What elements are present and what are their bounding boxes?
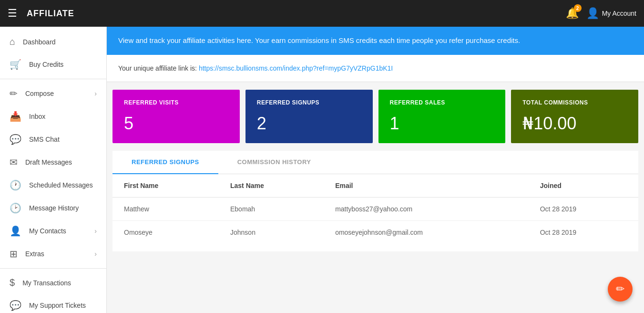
banner-text: View and track your affiliate activities… [118, 36, 520, 44]
row1-last-name: Ebomah [219, 197, 324, 220]
brand-logo: AFFILIATE [27, 9, 566, 19]
stats-row: REFERRED VISITS 5 REFERRED SIGNUPS 2 REF… [112, 90, 638, 143]
sidebar-label-sms-chat: SMS Chat [29, 136, 97, 143]
contacts-icon: 👤 [10, 225, 21, 237]
stat-value-signups: 2 [257, 114, 361, 134]
compose-icon: ✏ [10, 88, 18, 99]
tabs-header: REFERRED SIGNUPS COMMISSION HISTORY [112, 151, 638, 174]
table-header: First Name Last Name Email Joined [112, 174, 638, 198]
draft-icon: ✉ [10, 156, 18, 168]
account-icon: 👤 [586, 7, 599, 20]
sidebar-item-dashboard[interactable]: ⌂ Dashboard [0, 31, 106, 53]
affiliate-link-section: Your unique affiliate link is: https://s… [107, 55, 644, 82]
tab-commission-history[interactable]: COMMISSION HISTORY [218, 151, 330, 174]
account-label: My Account [602, 10, 636, 17]
chevron-right-icon-3: › [94, 250, 97, 258]
sidebar-item-buy-credits[interactable]: 🛒 Buy Credits [0, 53, 106, 76]
row1-joined: Oct 28 2019 [529, 197, 638, 220]
top-navigation: ☰ AFFILIATE 🔔 2 👤 My Account [0, 0, 644, 27]
sidebar-item-my-contacts[interactable]: 👤 My Contacts › [0, 219, 106, 242]
chevron-right-icon: › [94, 90, 97, 97]
row2-last-name: Johnson [219, 220, 324, 244]
sidebar-label-draft: Draft Messages [25, 158, 97, 166]
row1-email: mattyboss27@yahoo.com [324, 197, 529, 220]
stat-referred-visits: REFERRED VISITS 5 [112, 90, 240, 143]
inbox-icon: 📥 [10, 111, 21, 122]
stat-total-commissions: TOTAL COMMISSIONS ₦10.00 [511, 90, 638, 143]
notification-bell[interactable]: 🔔 2 [566, 7, 579, 20]
sidebar-label-contacts: My Contacts [29, 227, 87, 235]
sidebar-item-extras[interactable]: ⊞ Extras › [0, 242, 106, 265]
col-first-name: First Name [112, 174, 219, 198]
sidebar-item-support[interactable]: 💬 My Support Tickets [0, 294, 106, 313]
tab-referred-signups[interactable]: REFERRED SIGNUPS [112, 151, 218, 174]
row2-email: omoseyejohnson@gmail.com [324, 220, 529, 244]
notification-badge: 2 [574, 4, 582, 12]
sidebar-divider-2 [0, 268, 106, 269]
support-icon: 💬 [10, 300, 21, 311]
signups-table: First Name Last Name Email Joined Matthe… [112, 174, 638, 244]
sidebar-item-transactions[interactable]: $ My Transactions [0, 271, 106, 294]
extras-icon: ⊞ [10, 248, 18, 260]
transactions-icon: $ [10, 277, 15, 288]
sidebar-item-message-history[interactable]: 🕑 Message History [0, 197, 106, 219]
stat-referred-sales: REFERRED SALES 1 [378, 90, 506, 143]
table-body: Matthew Ebomah mattyboss27@yahoo.com Oct… [112, 197, 638, 244]
chevron-right-icon-2: › [94, 227, 97, 235]
fab-icon: ✏ [616, 283, 624, 295]
sidebar-item-draft-messages[interactable]: ✉ Draft Messages [0, 151, 106, 174]
affiliate-link-prefix: Your unique affiliate link is: [118, 64, 199, 72]
sidebar-label-buy-credits: Buy Credits [29, 61, 97, 68]
sidebar-label-extras: Extras [25, 250, 87, 258]
stat-label-signups: REFERRED SIGNUPS [257, 99, 361, 106]
stat-label-commissions: TOTAL COMMISSIONS [522, 99, 627, 106]
tabs-section: REFERRED SIGNUPS COMMISSION HISTORY Firs… [112, 151, 638, 251]
col-email: Email [324, 174, 529, 198]
stat-value-sales: 1 [390, 114, 494, 134]
home-icon: ⌂ [10, 36, 15, 47]
row2-joined: Oct 28 2019 [529, 220, 638, 244]
stat-label-sales: REFERRED SALES [390, 99, 494, 106]
sidebar-label-scheduled: Scheduled Messages [29, 181, 97, 189]
stat-value-commissions: ₦10.00 [522, 114, 627, 134]
menu-icon[interactable]: ☰ [8, 7, 17, 20]
stat-value-visits: 5 [124, 114, 228, 134]
main-layout: ⌂ Dashboard 🛒 Buy Credits ✏ Compose › 📥 … [0, 27, 644, 313]
sidebar-label-inbox: Inbox [29, 113, 97, 120]
info-banner: View and track your affiliate activities… [107, 27, 644, 55]
col-last-name: Last Name [219, 174, 324, 198]
account-button[interactable]: 👤 My Account [586, 7, 636, 20]
sidebar-label-support: My Support Tickets [29, 302, 97, 309]
sidebar-item-compose[interactable]: ✏ Compose › [0, 82, 106, 105]
stat-referred-signups: REFERRED SIGNUPS 2 [245, 90, 373, 143]
sidebar-item-sms-chat[interactable]: 💬 SMS Chat [0, 128, 106, 151]
sidebar-label-transactions: My Transactions [22, 279, 97, 287]
row2-first-name: Omoseye [112, 220, 219, 244]
main-content: View and track your affiliate activities… [107, 27, 644, 313]
col-joined: Joined [529, 174, 638, 198]
clock-icon: 🕐 [10, 179, 21, 191]
affiliate-link[interactable]: https://smsc.bullionsms.com/index.php?re… [199, 64, 393, 72]
row1-first-name: Matthew [112, 197, 219, 220]
topnav-right: 🔔 2 👤 My Account [566, 7, 636, 20]
chat-icon: 💬 [10, 134, 21, 145]
sidebar: ⌂ Dashboard 🛒 Buy Credits ✏ Compose › 📥 … [0, 27, 107, 313]
table-wrapper: First Name Last Name Email Joined Matthe… [112, 174, 638, 251]
sidebar-item-scheduled-messages[interactable]: 🕐 Scheduled Messages [0, 174, 106, 197]
sidebar-label-dashboard: Dashboard [23, 38, 97, 46]
stat-label-visits: REFERRED VISITS [124, 99, 228, 106]
sidebar-label-history: Message History [29, 204, 97, 212]
table-row: Omoseye Johnson omoseyejohnson@gmail.com… [112, 220, 638, 244]
sidebar-divider-1 [0, 79, 106, 79]
header-row: First Name Last Name Email Joined [112, 174, 638, 198]
table-row: Matthew Ebomah mattyboss27@yahoo.com Oct… [112, 197, 638, 220]
history-icon: 🕑 [10, 202, 21, 214]
sidebar-label-compose: Compose [25, 90, 87, 97]
sidebar-item-inbox[interactable]: 📥 Inbox [0, 105, 106, 128]
cart-icon: 🛒 [10, 59, 21, 70]
fab-button[interactable]: ✏ [608, 277, 633, 302]
